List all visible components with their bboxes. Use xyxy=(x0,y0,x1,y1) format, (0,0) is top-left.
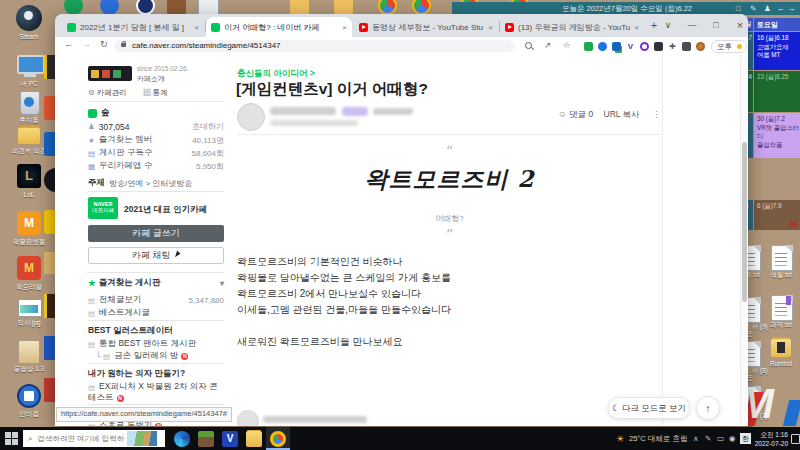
extension-icon-badge[interactable] xyxy=(612,42,621,51)
lol-icon: L xyxy=(17,164,41,188)
desktop-peek-icon-folder2[interactable] xyxy=(334,0,353,15)
profile-avatar[interactable] xyxy=(696,42,705,51)
extensions-puzzle-icon[interactable]: ✚ xyxy=(668,42,677,51)
scrollbar-thumb[interactable] xyxy=(742,142,747,302)
dark-mode-button[interactable]: ☾ 다크 모드로 보기 xyxy=(608,397,690,419)
memo-back-icon[interactable]: ← xyxy=(777,2,785,15)
taskbar-edge-icon[interactable] xyxy=(174,431,190,447)
cafe-stats-link[interactable]: ▦ 통계 xyxy=(143,88,168,98)
status-url-tooltip: https://cafe.naver.com/steamindiegame/45… xyxy=(56,407,232,422)
search-input[interactable] xyxy=(35,433,127,444)
menu-fanart-board[interactable]: ▤ 통합 BEST 팬아트 게시판 xyxy=(88,338,224,350)
tab-close-icon[interactable]: × xyxy=(630,23,639,32)
memo-user-icon[interactable]: ♟ xyxy=(764,2,771,15)
calendar-cell-icon xyxy=(789,221,797,227)
tray-pen-icon[interactable]: ✎ xyxy=(705,434,711,443)
url-copy-button[interactable]: URL 복사 xyxy=(604,109,640,119)
tab-close-icon[interactable]: × xyxy=(338,23,347,32)
board-icon: ▤ xyxy=(88,296,95,305)
tab-2-active[interactable]: 이거 어때형? : 네이버 카페 × xyxy=(206,17,352,37)
extension-icon-green[interactable] xyxy=(584,42,593,51)
memo-edit-icon[interactable]: ✎ xyxy=(750,2,756,15)
extension-icon-blue-circle[interactable] xyxy=(598,42,607,51)
topic-value[interactable]: 방송/연예 > 인터넷방송 xyxy=(109,178,192,189)
desktop-peek-icon-green[interactable] xyxy=(64,0,83,15)
cafe-chat-button[interactable]: 카페 채팅 xyxy=(88,247,224,264)
page-scrollbar[interactable] xyxy=(740,54,748,426)
cafe-write-button[interactable]: 카페 글쓰기 xyxy=(88,225,224,242)
desktop-peek-icon-whale[interactable] xyxy=(136,0,155,15)
ime-korean-icon[interactable]: 한 xyxy=(740,433,751,444)
author-avatar xyxy=(237,103,265,131)
desktop-peek-icon-chrome2[interactable] xyxy=(412,0,431,15)
menu-gold-hand-room[interactable]: └ ▤ 금손 일러레의 방 N xyxy=(95,350,231,362)
bookmark-star-icon[interactable]: ☆ xyxy=(561,40,572,51)
taskbar-minecraft-icon[interactable] xyxy=(198,431,214,447)
cafe-since: since 2015.02.26. xyxy=(137,65,188,72)
tab-3[interactable]: 동영상 세부정보 - YouTube Stu × xyxy=(354,17,498,37)
tray-keyboard-icon[interactable]: ▭ xyxy=(717,434,724,443)
badge-text: 2021년 대표 인기카페 xyxy=(124,204,207,216)
desktop-peek-icon-chrome1[interactable] xyxy=(378,0,397,15)
memo-forward-icon[interactable]: → xyxy=(788,2,796,15)
zoom-icon[interactable] xyxy=(523,40,534,51)
extension-icon-v[interactable]: V xyxy=(626,42,635,51)
chevron-down-icon[interactable]: ▾ xyxy=(220,279,224,288)
section-best-illustrator: BEST 일러스트레이터 xyxy=(88,325,224,337)
back-icon[interactable]: ← xyxy=(64,39,73,49)
search-icon: ⌕ xyxy=(28,434,32,444)
taskbar-chrome-active[interactable] xyxy=(266,427,290,450)
extension-icon-o-ring[interactable] xyxy=(640,42,649,51)
weather-icon[interactable]: ☀ xyxy=(616,434,624,444)
cafe-logo-image[interactable] xyxy=(88,66,132,81)
profile-chip[interactable]: 오후 xyxy=(711,40,747,53)
share-icon[interactable]: ↗ xyxy=(542,40,553,51)
calendar-cell-sat2[interactable]: 23 (음)6.25 xyxy=(754,71,800,112)
maximize-button[interactable]: □ xyxy=(706,14,726,37)
cafe-manage-link[interactable]: ⚙ 카페관리 xyxy=(88,88,127,98)
tab-1[interactable]: 2022년 1분기 당첨 [ 봉세 일 ] × xyxy=(62,17,204,37)
comment-count[interactable]: 댓글 0 xyxy=(569,109,593,119)
desktop-peek-icon-box[interactable] xyxy=(167,0,186,15)
forward-icon[interactable]: → xyxy=(82,39,91,49)
tray-settings-icon[interactable]: ◉ xyxy=(729,434,736,443)
extension-icon-dark[interactable] xyxy=(654,42,663,51)
tab-search-icon[interactable]: ∨ xyxy=(658,14,678,37)
taskbar-explorer-icon[interactable] xyxy=(246,431,262,447)
tab-close-icon[interactable]: × xyxy=(484,23,493,32)
cafe-favicon xyxy=(211,23,220,32)
desktop-peek-icon-blue[interactable] xyxy=(100,0,119,15)
extension-icon-square[interactable] xyxy=(682,42,691,51)
taskbar-v-icon[interactable]: V xyxy=(222,431,238,447)
menu-all-posts[interactable]: ▤ 전체글보기 5,347,880 xyxy=(88,294,224,306)
menu-best-posts[interactable]: ▤ 베스트게시글 xyxy=(88,307,224,319)
tab-4[interactable]: (13) 우왁굳의 게임방송 - YouTu × xyxy=(500,17,642,37)
folder-icon xyxy=(18,128,40,144)
tab-close-icon[interactable]: × xyxy=(190,23,199,32)
desktop-peek-icon-folder1[interactable] xyxy=(290,0,309,15)
tray-caret-icon[interactable]: ∧ xyxy=(693,434,699,443)
youtube-favicon xyxy=(359,23,368,32)
board-icon: ▤ xyxy=(88,340,95,349)
browser-toolbar: ← → ↻ cafe.naver.com/steamindiegame/4514… xyxy=(55,37,748,55)
reload-icon[interactable]: ↻ xyxy=(100,39,108,49)
close-button[interactable]: × xyxy=(730,14,750,37)
weather-text[interactable]: 25°C 대체로 흐림 xyxy=(629,434,687,444)
start-button[interactable] xyxy=(0,427,22,450)
calendar-cell-sat1[interactable]: 16 (음)6.18 고멤가요제 여름 MT xyxy=(754,32,800,70)
notification-center-icon[interactable] xyxy=(791,434,800,444)
scroll-to-top-button[interactable]: ↑ xyxy=(696,396,720,420)
taskbar-search[interactable]: ⌕ xyxy=(23,430,165,447)
star-icon: ★ xyxy=(88,136,95,145)
calendar-cell-sat3[interactable]: 30 (음)7.2 VR챗 졸업스터디 졸업작품 xyxy=(754,113,800,158)
invite-link[interactable]: 초대하기 xyxy=(192,121,224,132)
address-bar[interactable]: cafe.naver.com/steamindiegame/4514347 xyxy=(114,40,514,52)
cafe-intro-link[interactable]: 카페소개 xyxy=(137,74,165,84)
fav-boards-header[interactable]: 즐겨찾는 게시판 xyxy=(99,277,161,289)
taskbar-clock[interactable]: 오전 1:16 2022-07-20 xyxy=(754,431,788,449)
chart-icon: ▦ xyxy=(143,88,151,97)
calendar-cell-sat4[interactable]: 6 (음)7.9 xyxy=(754,200,800,230)
minimize-button[interactable]: — xyxy=(682,14,702,37)
members-icon: ♟ xyxy=(88,122,95,131)
more-menu-icon[interactable]: ⋮ xyxy=(652,109,661,119)
